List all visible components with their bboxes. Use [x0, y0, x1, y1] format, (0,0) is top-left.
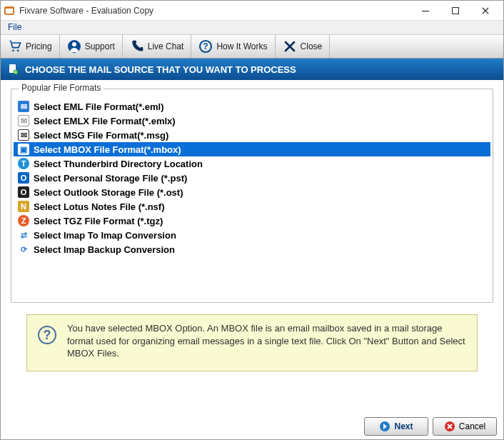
format-item-eml[interactable]: ✉ Select EML File Format(*.eml) — [14, 99, 490, 114]
imap-backup-icon: ⟳ — [18, 244, 29, 255]
next-button[interactable]: Next — [364, 417, 428, 436]
livechat-label: Live Chat — [148, 41, 184, 51]
svg-rect-2 — [422, 11, 429, 11]
format-item-nsf[interactable]: N Select Lotus Notes File (*.nsf) — [14, 199, 490, 214]
format-item-emlx[interactable]: ✉ Select EMLX File Format(*.emlx) — [14, 114, 490, 128]
eml-icon: ✉ — [18, 101, 29, 112]
svg-point-4 — [12, 49, 14, 51]
header-band: CHOOSE THE MAIL SOURCE THAT YOU WANT TO … — [1, 59, 503, 80]
cancel-x-icon — [444, 421, 455, 432]
cart-icon — [8, 39, 22, 54]
support-button[interactable]: Support — [60, 35, 123, 58]
close-icon — [283, 39, 297, 54]
format-item-tgz[interactable]: Z Select TGZ File Format (*.tgz) — [14, 214, 490, 228]
pricing-button[interactable]: Pricing — [1, 35, 60, 58]
format-label: Select TGZ File Format (*.tgz) — [34, 216, 163, 226]
minimize-button[interactable] — [410, 1, 440, 21]
maximize-button[interactable] — [440, 1, 470, 21]
question-icon: ? — [198, 39, 213, 54]
format-label: Select EMLX File Format(*.emlx) — [34, 116, 176, 126]
cancel-label: Cancel — [459, 421, 485, 431]
svg-point-7 — [72, 42, 76, 46]
close-label: Close — [301, 41, 323, 51]
support-label: Support — [85, 41, 115, 51]
howitworks-button[interactable]: ? How It Works — [191, 35, 275, 58]
titlebar: Fixvare Software - Evaluation Copy — [1, 1, 503, 21]
menubar: File — [1, 21, 503, 35]
format-item-imap-backup[interactable]: ⟳ Select Imap Backup Conversion — [14, 242, 490, 256]
footer-buttons: Next Cancel — [364, 417, 497, 436]
menu-file[interactable]: File — [1, 21, 29, 34]
svg-rect-3 — [453, 7, 459, 14]
cancel-button[interactable]: Cancel — [433, 417, 497, 436]
header-title: CHOOSE THE MAIL SOURCE THAT YOU WANT TO … — [25, 64, 296, 75]
toolbar: Pricing Support Live Chat ? How It Works… — [1, 35, 503, 59]
svg-text:?: ? — [44, 328, 51, 342]
format-item-mbox[interactable]: ▣ Select MBOX File Format(*.mbox) — [14, 142, 490, 156]
outlook-pst-icon: O — [18, 172, 29, 184]
format-label: Select MSG File Format(*.msg) — [34, 130, 168, 141]
main-area: Popular File Formats ✉ Select EML File F… — [1, 80, 503, 377]
support-icon — [67, 39, 81, 54]
tgz-icon: Z — [18, 215, 29, 226]
format-label: Select Imap Backup Conversion — [34, 244, 175, 255]
emlx-icon: ✉ — [18, 115, 29, 126]
svg-point-5 — [17, 49, 19, 51]
close-button[interactable]: Close — [276, 35, 331, 58]
format-label: Select Lotus Notes File (*.nsf) — [34, 201, 164, 212]
group-legend: Popular File Formats — [19, 83, 104, 93]
svg-rect-1 — [6, 9, 13, 14]
howitworks-label: How It Works — [216, 41, 267, 51]
outlook-ost-icon: O — [18, 186, 29, 198]
imap-sync-icon: ⇄ — [18, 229, 29, 241]
format-label: Select Outlook Storage File (*.ost) — [34, 187, 183, 198]
phone-icon — [130, 39, 144, 54]
document-plus-icon — [8, 64, 19, 75]
format-item-ost[interactable]: O Select Outlook Storage File (*.ost) — [14, 185, 490, 199]
format-item-thunderbird[interactable]: T Select Thunderbird Directory Location — [14, 156, 490, 171]
msg-icon: ✉ — [18, 129, 29, 141]
next-label: Next — [394, 421, 413, 431]
format-label: Select Thunderbird Directory Location — [34, 159, 203, 169]
format-item-imap-to-imap[interactable]: ⇄ Select Imap To Imap Conversion — [14, 228, 490, 242]
format-label: Select Personal Storage File (*.pst) — [34, 173, 187, 184]
lotus-notes-icon: N — [18, 201, 29, 212]
next-arrow-icon — [379, 421, 390, 432]
window-title: Fixvare Software - Evaluation Copy — [19, 6, 410, 16]
format-label: Select Imap To Imap Conversion — [34, 230, 176, 241]
svg-text:?: ? — [203, 41, 208, 51]
file-formats-group: Popular File Formats ✉ Select EML File F… — [11, 89, 493, 303]
pricing-label: Pricing — [26, 41, 52, 51]
mbox-icon: ▣ — [18, 144, 29, 155]
info-icon: ? — [37, 325, 57, 345]
format-label: Select MBOX File Format(*.mbox) — [34, 144, 181, 155]
close-window-button[interactable] — [470, 1, 500, 21]
app-icon — [4, 5, 15, 16]
thunderbird-icon: T — [18, 158, 29, 169]
info-panel: ? You have selected MBOX Option. An MBOX… — [26, 314, 478, 371]
format-item-pst[interactable]: O Select Personal Storage File (*.pst) — [14, 171, 490, 185]
format-label: Select EML File Format(*.eml) — [34, 101, 164, 112]
livechat-button[interactable]: Live Chat — [123, 35, 192, 58]
info-text: You have selected MBOX Option. An MBOX f… — [67, 322, 467, 360]
format-item-msg[interactable]: ✉ Select MSG File Format(*.msg) — [14, 128, 490, 142]
format-list: ✉ Select EML File Format(*.eml) ✉ Select… — [14, 99, 490, 256]
